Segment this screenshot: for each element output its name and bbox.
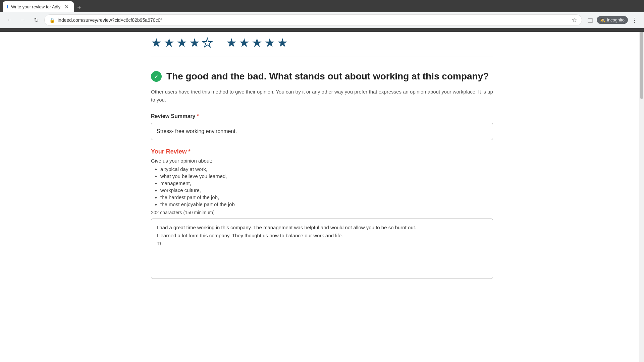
star-1[interactable]: ★ [151, 36, 162, 50]
new-tab-button[interactable]: + [74, 3, 84, 12]
star-7[interactable]: ★ [239, 36, 250, 50]
bullet-item: a typical day at work, [160, 166, 493, 172]
address-bar[interactable]: 🔒 indeed.com/survey/review?cid=c6cf82b95… [44, 14, 582, 26]
active-tab[interactable]: ℹ Write your review for Adly ✕ [3, 1, 74, 12]
tab-close-button[interactable]: ✕ [63, 3, 70, 10]
stars-group-2[interactable]: ★ ★ ★ ★ ★ [226, 36, 288, 50]
star-8[interactable]: ★ [252, 36, 262, 50]
required-indicator: * [197, 113, 199, 119]
back-button[interactable]: ← [4, 15, 15, 25]
your-review-required: * [188, 148, 191, 155]
section-title: The good and the bad. What stands out ab… [166, 70, 489, 82]
reload-button[interactable]: ↻ [31, 15, 42, 25]
opinion-bullets: a typical day at work, what you believe … [151, 166, 493, 207]
review-summary-input[interactable] [151, 123, 493, 140]
star-2[interactable]: ★ [164, 36, 174, 50]
star-3[interactable]: ★ [176, 36, 187, 50]
browser-toolbar: ← → ↻ 🔒 indeed.com/survey/review?cid=c6c… [0, 12, 644, 28]
section-header: ✓ The good and the bad. What stands out … [151, 70, 493, 82]
your-review-label: Your Review * [151, 148, 493, 155]
review-summary-label: Review Summary * [151, 113, 493, 119]
star-4[interactable]: ★ [189, 36, 200, 50]
bookmark-star-icon[interactable]: ☆ [572, 16, 577, 24]
check-circle-icon: ✓ [151, 71, 162, 82]
bullet-item: management, [160, 180, 493, 186]
browser-chrome: ℹ Write your review for Adly ✕ + ← → ↻ 🔒… [0, 0, 644, 32]
tab-title: Write your review for Adly [11, 4, 60, 9]
star-6[interactable]: ★ [226, 36, 237, 50]
star-10[interactable]: ★ [277, 36, 288, 50]
bullet-item: the most enjoyable part of the job [160, 201, 493, 207]
scrollbar-track[interactable] [639, 32, 644, 362]
review-textarea[interactable]: I had a great time working in this compa… [151, 219, 493, 279]
char-count: 202 characters (150 minimum) [151, 210, 493, 215]
incognito-icon: 🕵 [600, 17, 605, 22]
bullet-item: workplace culture, [160, 187, 493, 193]
stars-group-1[interactable]: ★ ★ ★ ★ ★ [151, 36, 213, 50]
incognito-label: Incognito [607, 17, 625, 22]
forward-button[interactable]: → [17, 15, 28, 25]
bullet-item: what you believe you learned, [160, 173, 493, 179]
url-text: indeed.com/survey/review?cid=c6cf82b95a6… [58, 17, 569, 23]
page-content: ★ ★ ★ ★ ★ ★ ★ ★ ★ ★ ✓ The good and the b… [0, 32, 644, 362]
incognito-badge[interactable]: 🕵 Incognito [597, 16, 628, 24]
star-5-empty[interactable]: ★ [202, 36, 213, 50]
lock-icon: 🔒 [49, 17, 55, 23]
opinion-header: Give us your opinion about: [151, 158, 493, 164]
stars-row: ★ ★ ★ ★ ★ ★ ★ ★ ★ ★ [151, 32, 493, 57]
section-description: Other users have tried this method to gi… [151, 88, 493, 104]
bullet-item: the hardest part of the job, [160, 194, 493, 200]
more-options-button[interactable]: ⋮ [629, 15, 640, 25]
page-inner: ★ ★ ★ ★ ★ ★ ★ ★ ★ ★ ✓ The good and the b… [138, 32, 506, 362]
tab-bar: ℹ Write your review for Adly ✕ + [0, 0, 644, 12]
toolbar-actions: ◫ 🕵 Incognito ⋮ [585, 15, 640, 25]
scrollbar-thumb[interactable] [640, 32, 643, 99]
star-9[interactable]: ★ [264, 36, 275, 50]
tab-info-icon: ℹ [7, 4, 8, 9]
split-view-button[interactable]: ◫ [585, 15, 595, 25]
